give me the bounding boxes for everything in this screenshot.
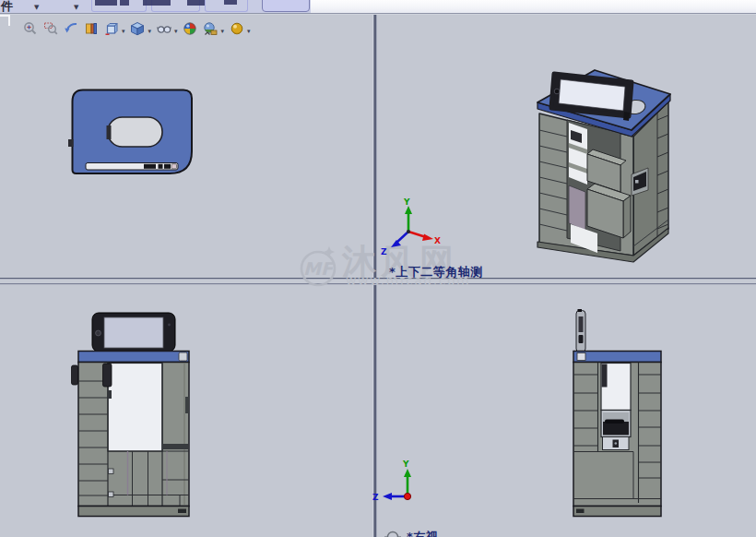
phone-detail <box>171 164 177 169</box>
phone-detail <box>159 164 163 169</box>
phone-home-button <box>554 89 560 94</box>
printer-top <box>605 420 624 424</box>
dropdown-arrow-icon[interactable]: ▼ <box>74 4 78 11</box>
z-axis-label: Z <box>372 493 379 502</box>
printer-unit <box>603 422 629 436</box>
phone-detail <box>623 112 630 121</box>
knob-dot <box>615 442 618 445</box>
orientation-triad: Y X Z <box>373 194 447 268</box>
z-axis-label: Z <box>381 247 387 257</box>
latch <box>109 469 114 474</box>
phone-detail <box>579 316 584 332</box>
cabinet-base <box>573 507 661 517</box>
phone-screen <box>104 317 163 348</box>
edge-slot <box>185 397 189 413</box>
x-axis-label: X <box>434 236 441 245</box>
clipped-toolbar-text <box>224 0 237 5</box>
table-cutout[interactable] <box>108 117 162 147</box>
clipped-toolbar-text <box>143 0 171 6</box>
lower-cabinet-side <box>623 196 631 238</box>
model-top-view[interactable] <box>65 83 199 179</box>
phone-detail <box>164 164 171 169</box>
viewport-splitter-horizontal[interactable] <box>0 278 756 285</box>
table-cap <box>577 353 585 361</box>
command-bar-empty-area <box>311 0 756 13</box>
clipped-toolbar-text <box>95 0 117 6</box>
base-foot <box>178 509 186 514</box>
table-top-edge[interactable] <box>78 352 189 363</box>
viewport-label-right: *右视 <box>407 529 438 537</box>
dropdown-arrow-icon[interactable]: ▼ <box>34 4 39 11</box>
clipped-toolbar-text <box>187 0 205 6</box>
phone-detail <box>144 164 156 169</box>
interior-panel <box>569 185 585 231</box>
clipped-toolbar-text <box>120 0 129 6</box>
table-top-edge[interactable] <box>573 352 661 363</box>
phone-home-button <box>96 330 101 336</box>
table-cap <box>179 352 187 361</box>
edge-notch <box>68 139 74 147</box>
phone-camera <box>168 324 171 327</box>
cabinet-opening <box>108 364 162 452</box>
phone-detail <box>579 335 584 343</box>
model-dimetric-view[interactable] <box>528 58 682 277</box>
command-bar-partial-label: 件 <box>1 0 13 13</box>
model-right-view[interactable] <box>567 304 667 522</box>
shelf-shadow <box>162 444 188 449</box>
y-axis-label: Y <box>403 197 410 207</box>
cutout-notch <box>107 125 112 139</box>
handle <box>72 365 78 385</box>
orientation-triad: Y Z <box>369 457 424 507</box>
vent-knob <box>635 180 639 184</box>
clipped-toolbar-button[interactable] <box>262 0 310 12</box>
solidworks-window: 件 ▼ ▼ ▾▾▾▾▾ <box>0 0 756 537</box>
x-axis-dot <box>404 493 410 499</box>
latch <box>109 492 114 497</box>
opening-strip <box>602 364 608 388</box>
origin-symbol-fragment <box>384 530 401 537</box>
cabinet-base <box>78 507 189 517</box>
base-foot <box>576 509 585 514</box>
handle <box>103 364 112 387</box>
y-axis-label: Y <box>402 459 409 469</box>
phone-button <box>578 309 583 312</box>
command-bar: 件 ▼ ▼ <box>0 0 756 13</box>
model-front-view[interactable] <box>65 306 198 522</box>
viewport-label-dimetric: *上下二等角轴测 <box>389 264 483 280</box>
hinge-tab <box>108 390 112 399</box>
